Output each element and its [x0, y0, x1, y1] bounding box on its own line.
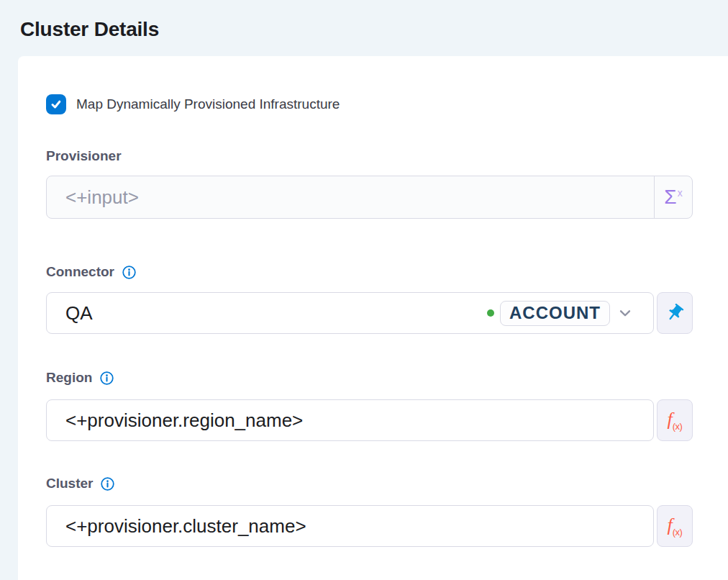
connector-scope-badge: ACCOUNT — [500, 301, 610, 326]
region-fx-button[interactable]: f(x) — [657, 399, 693, 441]
cluster-row: f(x) — [46, 505, 693, 547]
cluster-details-card: Map Dynamically Provisioned Infrastructu… — [18, 56, 728, 580]
cluster-label-row: Cluster — [46, 475, 693, 492]
connector-info-icon[interactable] — [122, 265, 137, 280]
checkmark-icon — [50, 98, 63, 111]
page-title: Cluster Details — [0, 0, 728, 40]
map-dynamic-infra-row: Map Dynamically Provisioned Infrastructu… — [46, 94, 693, 114]
connector-label: Connector — [46, 263, 114, 281]
connector-selector[interactable]: ACCOUNT — [46, 292, 654, 334]
region-field — [46, 399, 654, 441]
cluster-info-icon[interactable] — [100, 476, 115, 491]
fx-icon: f(x) — [668, 410, 683, 431]
provisioner-label-row: Provisioner — [46, 148, 693, 165]
region-input[interactable] — [65, 409, 634, 432]
pin-icon — [660, 299, 688, 327]
provisioner-input[interactable] — [47, 176, 654, 218]
cluster-label: Cluster — [46, 475, 93, 492]
region-row: f(x) — [46, 399, 693, 441]
cluster-field — [46, 505, 654, 547]
connector-status-dot — [487, 309, 494, 317]
connector-label-row: Connector — [46, 263, 693, 281]
map-dynamic-infra-checkbox[interactable] — [46, 94, 66, 114]
runtime-input-type-button[interactable]: Σx — [654, 176, 692, 218]
region-label: Region — [46, 369, 92, 386]
cluster-input[interactable] — [65, 515, 634, 538]
region-info-icon[interactable] — [99, 371, 114, 386]
sigma-x-icon: Σx — [664, 187, 682, 207]
chevron-down-icon[interactable] — [616, 304, 634, 322]
connector-pin-button[interactable] — [657, 292, 693, 334]
region-label-row: Region — [46, 369, 693, 386]
connector-row: ACCOUNT — [46, 292, 693, 334]
provisioner-field: Σx — [46, 176, 693, 219]
fx-icon: f(x) — [668, 516, 683, 537]
connector-input[interactable] — [65, 302, 487, 325]
cluster-fx-button[interactable]: f(x) — [657, 505, 693, 547]
connector-meta: ACCOUNT — [487, 301, 634, 326]
provisioner-label: Provisioner — [46, 148, 122, 165]
map-dynamic-infra-label[interactable]: Map Dynamically Provisioned Infrastructu… — [76, 96, 340, 112]
